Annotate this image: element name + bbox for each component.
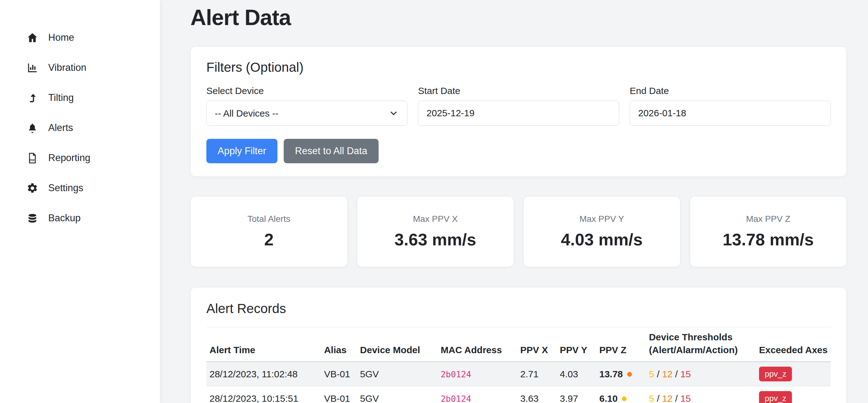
cell-ppv-x: 2.71 (517, 362, 557, 386)
alert-records-table: Alert Time Alias Device Model MAC Addres… (206, 327, 831, 403)
col-alias: Alias (321, 327, 357, 362)
cell-ppv-z: 6.10 (596, 386, 646, 403)
cell-ppv-z: 13.78 (596, 362, 646, 386)
file-pdf-icon: PDF (26, 152, 39, 164)
sidebar-item-label: Home (48, 32, 74, 43)
col-ppv-y: PPV Y (557, 327, 596, 362)
stat-value: 3.63 mm/s (395, 230, 476, 249)
sidebar-nav: Home Vibration Tilting Alerts (0, 0, 160, 233)
sidebar-item-label: Reporting (48, 152, 90, 164)
stat-label: Max PPV X (413, 214, 458, 224)
device-filter-field: Select Device -- All Devices -- (206, 86, 407, 126)
end-date-field: End Date (630, 86, 831, 126)
apply-filter-button[interactable]: Apply Filter (206, 139, 277, 163)
col-ppv-z: PPV Z (596, 327, 646, 362)
arrow-up-icon (26, 92, 39, 104)
cell-ppv-x: 3.63 (517, 386, 557, 403)
records-heading: Alert Records (206, 301, 831, 316)
cell-thresholds: 5 / 12 / 15 (646, 362, 756, 386)
cell-alias: VB-01 (321, 386, 357, 403)
cell-exceeded-axes: ppv_z (756, 362, 831, 386)
home-icon (26, 32, 39, 44)
cell-mac-address: 2b0124 (441, 370, 471, 379)
end-date-label: End Date (630, 86, 831, 96)
cell-mac-address: 2b0124 (441, 394, 471, 403)
col-device-thresholds: Device Thresholds (Alert/Alarm/Action) (646, 327, 756, 362)
col-alert-time: Alert Time (206, 327, 321, 362)
start-date-field: Start Date (418, 86, 619, 126)
sidebar-item-backup[interactable]: Backup (0, 203, 160, 233)
exceeded-axis-badge: ppv_z (759, 367, 792, 381)
exceeded-axis-badge: ppv_z (759, 391, 792, 403)
stat-value: 4.03 mm/s (561, 230, 643, 249)
table-row: 28/12/2023, 11:02:48 VB-01 5GV 2b0124 2.… (206, 362, 831, 386)
sidebar-item-vibration[interactable]: Vibration (0, 53, 160, 83)
sidebar-item-settings[interactable]: Settings (0, 173, 160, 203)
cell-exceeded-axes: ppv_z (756, 386, 831, 403)
col-exceeded-axes: Exceeded Axes (756, 327, 831, 362)
database-icon (26, 212, 39, 224)
sidebar-item-label: Vibration (48, 62, 86, 73)
main-content: Alert Data Filters (Optional) Select Dev… (160, 0, 868, 403)
filters-heading: Filters (Optional) (206, 60, 831, 75)
sidebar-item-label: Settings (48, 182, 83, 194)
cell-ppv-y: 3.97 (557, 386, 596, 403)
stats-row: Total Alerts 2 Max PPV X 3.63 mm/s Max P… (190, 196, 847, 267)
col-mac-address: MAC Address (437, 327, 517, 362)
gear-icon (26, 182, 39, 194)
stat-card-total-alerts: Total Alerts 2 (190, 196, 348, 267)
cell-device-model: 5GV (357, 386, 438, 403)
svg-text:PDF: PDF (29, 159, 35, 162)
stat-label: Max PPV Z (746, 214, 790, 224)
stat-card-max-ppv-y: Max PPV Y 4.03 mm/s (523, 196, 680, 267)
col-ppv-x: PPV X (517, 327, 557, 362)
chart-bar-icon (26, 62, 39, 74)
cell-alert-time: 28/12/2023, 10:15:51 (206, 386, 321, 403)
start-date-input[interactable] (418, 100, 619, 126)
sidebar-item-tilting[interactable]: Tilting (0, 83, 160, 113)
stat-value: 13.78 mm/s (723, 230, 814, 249)
cell-thresholds: 5 / 12 / 15 (646, 386, 756, 403)
alert-records-card: Alert Records Alert Time Alias Device Mo… (190, 287, 847, 403)
filters-card: Filters (Optional) Select Device -- All … (190, 47, 847, 177)
col-device-model: Device Model (357, 327, 438, 362)
device-select-label: Select Device (206, 86, 407, 96)
cell-alias: VB-01 (321, 362, 357, 386)
table-row: 28/12/2023, 10:15:51 VB-01 5GV 2b0124 3.… (206, 386, 831, 403)
stat-label: Max PPV Y (579, 214, 624, 224)
page-title: Alert Data (190, 5, 847, 30)
sidebar-item-alerts[interactable]: Alerts (0, 113, 160, 143)
cell-ppv-y: 4.03 (557, 362, 596, 386)
stat-label: Total Alerts (247, 214, 290, 224)
sidebar-item-home[interactable]: Home (0, 23, 160, 53)
sidebar: Home Vibration Tilting Alerts (0, 0, 160, 403)
device-select[interactable]: -- All Devices -- (206, 100, 407, 126)
bell-icon (26, 122, 39, 134)
start-date-label: Start Date (418, 86, 619, 96)
reset-filter-button[interactable]: Reset to All Data (284, 139, 379, 163)
sidebar-item-label: Backup (48, 212, 81, 224)
severity-dot (622, 396, 627, 401)
cell-alert-time: 28/12/2023, 11:02:48 (206, 362, 321, 386)
stat-value: 2 (264, 230, 274, 249)
severity-dot (627, 372, 632, 377)
sidebar-item-reporting[interactable]: PDF Reporting (0, 143, 160, 173)
stat-card-max-ppv-x: Max PPV X 3.63 mm/s (357, 196, 514, 267)
end-date-input[interactable] (630, 100, 831, 126)
sidebar-item-label: Tilting (48, 92, 74, 104)
cell-device-model: 5GV (357, 362, 438, 386)
sidebar-item-label: Alerts (48, 122, 73, 134)
stat-card-max-ppv-z: Max PPV Z 13.78 mm/s (690, 196, 847, 267)
table-header-row: Alert Time Alias Device Model MAC Addres… (206, 327, 831, 362)
